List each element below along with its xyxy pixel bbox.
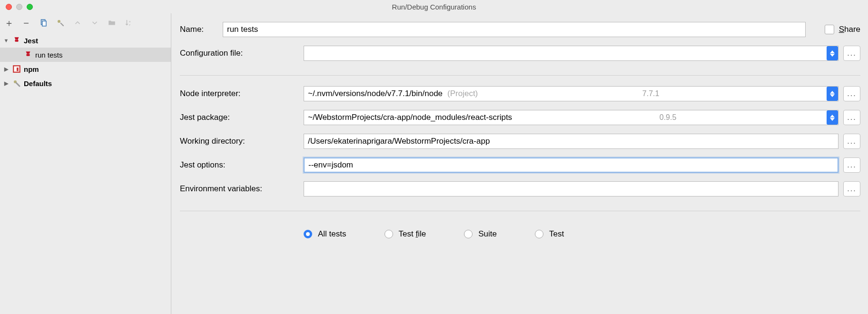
tree-node-label: run tests [35, 51, 63, 59]
folder-icon [108, 19, 116, 27]
configuration-file-browse-button[interactable]: ... [843, 46, 860, 61]
chevron-up-icon [73, 19, 82, 27]
test-scope-radio-group: All tests Test file Suite Test [180, 229, 860, 239]
move-down-button[interactable] [89, 18, 100, 28]
svg-point-2 [58, 20, 60, 23]
configuration-file-label: Configuration file: [180, 49, 304, 58]
move-up-button[interactable] [72, 18, 83, 28]
node-interpreter-browse-button[interactable]: ... [843, 86, 860, 101]
jest-package-select[interactable]: ~/WebstormProjects/cra-app/node_modules/… [304, 110, 838, 125]
node-interpreter-label: Node interpreter: [180, 89, 304, 98]
expand-toggle-icon[interactable]: ▼ [3, 38, 10, 43]
jest-options-label: Jest options: [180, 160, 304, 170]
expand-toggle-icon[interactable]: ▶ [3, 80, 10, 87]
jest-package-label: Jest package: [180, 113, 304, 122]
tree-node-label: Jest [24, 37, 38, 45]
environment-variables-label: Environment variables: [180, 184, 304, 194]
jest-icon [24, 50, 32, 59]
svg-text:a: a [129, 20, 131, 23]
radio-test-file[interactable]: Test file [385, 229, 426, 239]
wrench-icon [12, 79, 21, 88]
tree-node-label: Defaults [24, 79, 52, 88]
radio-label: All tests [318, 229, 346, 239]
jest-package-browse-button[interactable]: ... [843, 110, 860, 125]
close-window-button[interactable] [6, 4, 12, 10]
radio-all-tests[interactable]: All tests [304, 229, 346, 239]
name-input[interactable] [223, 22, 806, 37]
radio-label: Test [549, 229, 564, 239]
node-interpreter-hint: (Project) [447, 89, 478, 98]
radio-icon [385, 230, 393, 238]
jest-options-input[interactable] [304, 157, 838, 173]
minimize-window-button [16, 4, 22, 10]
divider [180, 211, 860, 211]
radio-suite[interactable]: Suite [464, 229, 497, 239]
copy-configuration-button[interactable] [38, 18, 49, 28]
expand-toggle-icon[interactable]: ▶ [3, 66, 10, 72]
copy-icon [39, 19, 48, 27]
dropdown-caret-icon [827, 46, 838, 60]
configuration-file-select[interactable] [304, 46, 838, 61]
tree-node-defaults[interactable]: ▶ Defaults [0, 76, 171, 90]
sort-alpha-button[interactable]: az [124, 18, 134, 28]
edit-defaults-button[interactable] [55, 18, 66, 28]
configurations-toolbar: ＋ － az [0, 13, 171, 32]
tree-node-label: npm [24, 65, 39, 73]
window-title: Run/Debug Configurations [0, 3, 868, 11]
titlebar: Run/Debug Configurations [0, 0, 868, 13]
configurations-tree[interactable]: ▼ Jest run tests ▶ [0, 32, 171, 314]
svg-rect-1 [42, 21, 46, 26]
folder-button[interactable] [107, 18, 117, 28]
environment-variables-input[interactable] [304, 181, 838, 196]
radio-icon [535, 230, 543, 238]
share-label: Share [839, 25, 860, 34]
tree-node-npm[interactable]: ▶ npm [0, 62, 171, 76]
wrench-gear-icon [56, 19, 65, 27]
tree-leaf-run-tests[interactable]: run tests [0, 48, 171, 62]
share-checkbox[interactable] [825, 25, 834, 34]
working-directory-input[interactable] [304, 134, 838, 149]
add-configuration-button[interactable]: ＋ [4, 18, 14, 28]
jest-package-version: 0.9.5 [660, 113, 677, 122]
environment-variables-edit-button[interactable]: ... [843, 181, 860, 196]
npm-icon [12, 65, 21, 73]
svg-text:z: z [129, 23, 130, 26]
chevron-down-icon [90, 19, 99, 27]
radio-label: Test file [399, 229, 426, 239]
sort-az-icon: az [125, 19, 133, 27]
dropdown-caret-icon [827, 110, 838, 125]
working-directory-browse-button[interactable]: ... [843, 134, 860, 149]
jest-package-value: ~/WebstormProjects/cra-app/node_modules/… [308, 113, 512, 122]
radio-label: Suite [478, 229, 497, 239]
name-label: Name: [180, 25, 223, 34]
tree-node-jest[interactable]: ▼ Jest [0, 33, 171, 48]
zoom-window-button[interactable] [27, 4, 33, 10]
node-interpreter-select[interactable]: ~/.nvm/versions/node/v7.7.1/bin/node (Pr… [304, 86, 838, 101]
radio-icon [304, 230, 312, 238]
radio-icon [464, 230, 473, 238]
remove-configuration-button[interactable]: － [21, 18, 31, 28]
node-interpreter-value: ~/.nvm/versions/node/v7.7.1/bin/node [308, 89, 443, 98]
node-interpreter-version: 7.7.1 [642, 89, 660, 98]
svg-rect-6 [17, 68, 19, 71]
jest-options-expand-button[interactable]: ... [843, 157, 860, 173]
divider [180, 75, 860, 76]
dropdown-caret-icon [827, 87, 838, 101]
jest-icon [12, 36, 21, 45]
radio-test[interactable]: Test [535, 229, 564, 239]
working-directory-label: Working directory: [180, 137, 304, 146]
